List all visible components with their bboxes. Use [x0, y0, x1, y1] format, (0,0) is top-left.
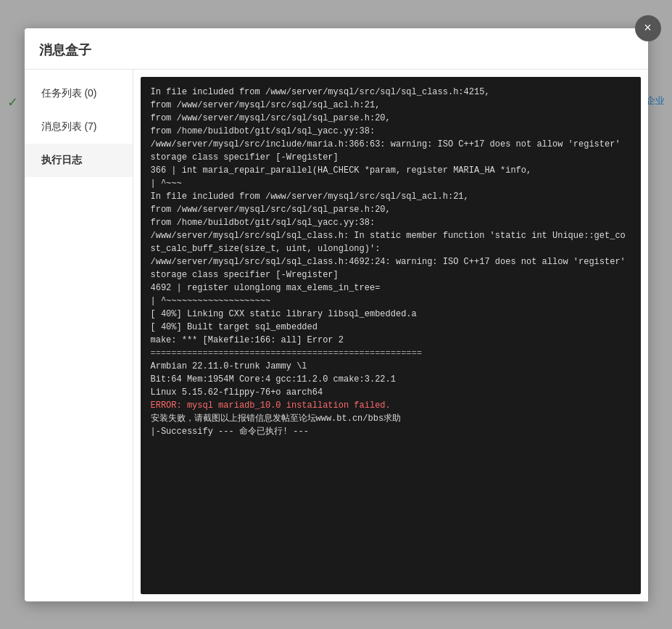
log-line: Armbian 22.11.0-trunk Jammy \l	[151, 360, 631, 373]
log-line: /www/server/mysql/src/sql/sql_class.h:46…	[151, 255, 631, 281]
log-line: make: *** [Makefile:166: all] Error 2	[151, 334, 631, 347]
sidebar-item-tasks[interactable]: 任务列表 (0)	[25, 77, 133, 110]
modal-title: 消息盒子	[25, 28, 648, 70]
log-line: 4692 | register ulonglong max_elems_in_t…	[151, 281, 631, 295]
log-line: |-Successify --- 命令已执行! ---	[151, 425, 631, 438]
log-line: Bit:64 Mem:1954M Core:4 gcc:11.2.0 cmake…	[151, 373, 631, 386]
log-line: from /www/server/mysql/src/sql/sql_parse…	[151, 112, 631, 125]
sidebar-item-messages[interactable]: 消息列表 (7)	[25, 110, 133, 144]
log-output[interactable]: In file included from /www/server/mysql/…	[141, 77, 641, 594]
log-line: In file included from /www/server/mysql/…	[151, 190, 631, 203]
log-line: [ 40%] Built target sql_embedded	[151, 321, 631, 334]
log-line: [ 40%] Linking CXX static library libsql…	[151, 308, 631, 321]
log-line: 安装失败，请截图以上报错信息发帖至论坛www.bt.cn/bbs求助	[151, 412, 631, 425]
sidebar: 任务列表 (0) 消息列表 (7) 执行日志	[25, 70, 133, 601]
modal-body: 任务列表 (0) 消息列表 (7) 执行日志 In file included …	[25, 70, 648, 601]
log-line: Linux 5.15.62-flippy-76+o aarch64	[151, 386, 631, 399]
log-line: from /www/server/mysql/src/sql/sql_parse…	[151, 203, 631, 216]
log-line: | ^~~~~~~~~~~~~~~~~~~~~	[151, 295, 631, 308]
log-line: from /home/buildbot/git/sql/sql_yacc.yy:…	[151, 125, 631, 138]
log-line: ERROR: mysql mariadb_10.0 installation f…	[151, 399, 631, 412]
modal-overlay: × 消息盒子 任务列表 (0) 消息列表 (7) 执行日志 In file in…	[0, 0, 672, 629]
log-line: from /home/buildbot/git/sql/sql_yacc.yy:…	[151, 216, 631, 229]
content-area: In file included from /www/server/mysql/…	[133, 70, 648, 601]
sidebar-item-log[interactable]: 执行日志	[25, 144, 133, 177]
log-line: ========================================…	[151, 347, 631, 360]
close-button[interactable]: ×	[635, 15, 661, 41]
log-line: /www/server/mysql/src/sql/sql_class.h: I…	[151, 229, 631, 255]
log-line: In file included from /www/server/mysql/…	[151, 86, 631, 99]
log-line: 366 | int maria_repair_parallel(HA_CHECK…	[151, 164, 631, 177]
modal-container: × 消息盒子 任务列表 (0) 消息列表 (7) 执行日志 In file in…	[25, 28, 648, 601]
log-line: | ^~~~	[151, 177, 631, 190]
log-line: from /www/server/mysql/src/sql/sql_acl.h…	[151, 99, 631, 112]
log-line: /www/server/mysql/src/include/maria.h:36…	[151, 138, 631, 164]
